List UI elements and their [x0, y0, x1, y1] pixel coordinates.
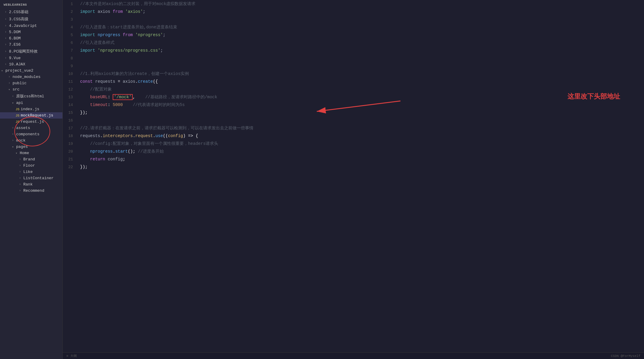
- chevron-right-icon: ›: [5, 56, 8, 60]
- sidebar-item-pages[interactable]: ▾pages: [0, 144, 62, 150]
- chevron-right-icon: ›: [12, 133, 15, 136]
- line-number-9: 9: [63, 64, 78, 68]
- sidebar-item-public[interactable]: ›public: [0, 80, 62, 86]
- sidebar-item-home[interactable]: ▾Home: [0, 150, 62, 156]
- code-line-18: 18requests.interceptors.request.use((con…: [63, 132, 644, 140]
- sidebar-item-js4[interactable]: ›4.JavaScript: [0, 23, 62, 29]
- sidebar-item-recommend[interactable]: ›Recommend: [0, 188, 62, 194]
- line-number-10: 10: [63, 72, 78, 76]
- chevron-right-icon: ›: [8, 82, 11, 85]
- line-content-12: //配置对象: [78, 87, 644, 92]
- line-number-12: 12: [63, 87, 78, 92]
- sidebar-item-brand[interactable]: ›Brand: [0, 156, 62, 162]
- chevron-right-icon: ›: [5, 10, 8, 14]
- line-content-1: //本文件是对axios的二次封装，用于对mock虚拟数据发请求: [78, 1, 644, 7]
- code-line-6: 6//引入进度条样式: [63, 39, 644, 47]
- sidebar-item-csshtml[interactable]: ›原版css和html: [0, 93, 62, 100]
- chevron-right-icon: ›: [12, 139, 15, 142]
- status-bar: ≡ 大纲 CSDN @ForMyself: [63, 352, 644, 359]
- sidebar-item-rank[interactable]: ›Rank: [0, 181, 62, 188]
- code-line-12: 12 //配置对象: [63, 85, 644, 93]
- chevron-down-icon: ▾: [1, 69, 4, 73]
- sidebar-item-pc[interactable]: ›8.PC端网页特效: [0, 48, 62, 55]
- sidebar-item-floor[interactable]: ›Floor: [0, 162, 62, 169]
- line-number-7: 7: [63, 48, 78, 53]
- chevron-down-icon: ▾: [16, 151, 19, 155]
- code-line-8: 8: [63, 54, 644, 62]
- sidebar-item-src[interactable]: ▾src: [0, 86, 62, 93]
- code-line-15: 15});: [63, 109, 644, 116]
- sidebar-item-bom[interactable]: ›6.BOM: [0, 35, 62, 42]
- chevron-down-icon: ▾: [12, 145, 15, 149]
- js-file-icon: JS: [16, 120, 19, 124]
- sidebar-item-label: request.js: [21, 119, 44, 124]
- sidebar-item-like[interactable]: ›Like: [0, 169, 62, 175]
- line-number-15: 15: [63, 111, 78, 115]
- sidebar-item-es6[interactable]: ›7.ES6: [0, 42, 62, 48]
- code-line-7: 7import 'nprogress/nprogress.css';: [63, 47, 644, 54]
- sidebar-item-label: 3.CSS高级: [9, 16, 28, 22]
- chevron-right-icon: ›: [19, 189, 22, 192]
- code-line-10: 10//1.利用axios对象的方法create，创建一个axios实例: [63, 70, 644, 78]
- code-line-1: 1//本文件是对axios的二次封装，用于对mock虚拟数据发请求: [63, 0, 644, 8]
- code-line-9: 9: [63, 62, 644, 70]
- line-number-4: 4: [63, 25, 78, 30]
- line-number-5: 5: [63, 33, 78, 37]
- line-number-13: 13: [63, 95, 78, 99]
- line-number-8: 8: [63, 56, 78, 61]
- js-file-icon: JS: [16, 108, 19, 111]
- sidebar-item-assets[interactable]: ›assets: [0, 125, 62, 131]
- line-content-2: import axios from 'axios';: [78, 9, 644, 14]
- sidebar-item-ajax[interactable]: ›10.AJAX: [0, 61, 62, 67]
- sidebar-item-request_js[interactable]: JS request.js: [0, 119, 62, 125]
- chevron-right-icon: ›: [5, 63, 8, 66]
- sidebar-item-css3[interactable]: ›3.CSS高级: [0, 16, 62, 23]
- chevron-right-icon: ›: [12, 95, 15, 98]
- sidebar-item-label: assets: [16, 126, 30, 130]
- line-content-18: requests.interceptors.request.use((confi…: [78, 134, 644, 138]
- sidebar-item-label: ListContainer: [23, 176, 53, 180]
- line-number-2: 2: [63, 10, 78, 14]
- line-content-21: return config;: [78, 157, 644, 162]
- sidebar-item-dom[interactable]: ›5.DOM: [0, 29, 62, 35]
- sidebar-item-project_vue2[interactable]: ▾project_vue2: [0, 67, 62, 74]
- chevron-right-icon: ›: [19, 164, 22, 167]
- chevron-right-icon: ›: [5, 43, 8, 46]
- code-line-20: 20 nprogress.start(); //进度条开始: [63, 148, 644, 155]
- chevron-right-icon: ›: [5, 30, 8, 34]
- sidebar-item-label: node_modules: [13, 75, 41, 79]
- sidebar-item-label: Brand: [23, 157, 35, 162]
- code-line-21: 21 return config;: [63, 155, 644, 163]
- line-number-19: 19: [63, 142, 78, 146]
- sidebar-item-mockRequest_js[interactable]: JS mockRequest.js: [0, 112, 62, 119]
- sidebar-item-node_modules[interactable]: ›node_modules: [0, 74, 62, 80]
- sidebar: WEBLEARNING ›2.CSS基础›3.CSS高级›4.JavaScrip…: [0, 0, 63, 359]
- sidebar-item-components[interactable]: ›components: [0, 131, 62, 137]
- sidebar-item-vue[interactable]: ›9.Vue: [0, 55, 62, 61]
- sidebar-item-label: 10.AJAX: [9, 62, 25, 67]
- sidebar-item-label: 9.Vue: [9, 56, 21, 60]
- sidebar-item-label: Rank: [23, 182, 33, 187]
- chevron-right-icon: ›: [5, 50, 8, 53]
- code-line-13: 13 baseURL: '/mock', //基础路径，发请求时路径中的/moc…: [63, 93, 644, 101]
- sidebar-item-label: index.js: [21, 107, 39, 111]
- sidebar-item-label: src: [13, 87, 19, 92]
- sidebar-item-mock[interactable]: ›mock: [0, 137, 62, 144]
- line-number-11: 11: [63, 79, 78, 84]
- sidebar-item-index_js[interactable]: JS index.js: [0, 106, 62, 112]
- line-content-22: });: [78, 165, 644, 169]
- chevron-down-icon: ▾: [8, 88, 11, 91]
- code-line-5: 5import nprogress from 'nprogress';: [63, 31, 644, 39]
- code-line-2: 2import axios from 'axios';: [63, 8, 644, 16]
- chevron-down-icon: ▾: [12, 101, 15, 105]
- line-content-17: //2.请求拦截器：在发请求之前，请求拦截器可以检测到，可以在请求发出去之前做一…: [78, 125, 644, 131]
- sidebar-item-label: 8.PC端网页特效: [9, 49, 38, 54]
- sidebar-item-api[interactable]: ▾api: [0, 100, 62, 106]
- sidebar-item-listcontainer[interactable]: ›ListContainer: [0, 175, 62, 181]
- sidebar-item-css2[interactable]: ›2.CSS基础: [0, 8, 62, 16]
- line-number-16: 16: [63, 118, 78, 123]
- code-container[interactable]: 1//本文件是对axios的二次封装，用于对mock虚拟数据发请求2import…: [63, 0, 644, 352]
- line-number-6: 6: [63, 41, 78, 45]
- code-line-17: 17//2.请求拦截器：在发请求之前，请求拦截器可以检测到，可以在请求发出去之前…: [63, 124, 644, 132]
- js-file-icon: JS: [16, 114, 19, 117]
